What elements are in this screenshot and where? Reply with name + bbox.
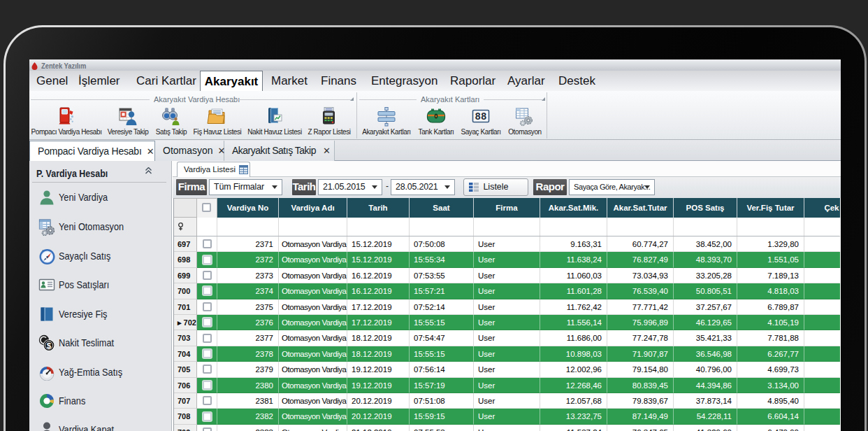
svg-text:88: 88 bbox=[475, 111, 487, 122]
svg-text:$: $ bbox=[47, 341, 52, 349]
